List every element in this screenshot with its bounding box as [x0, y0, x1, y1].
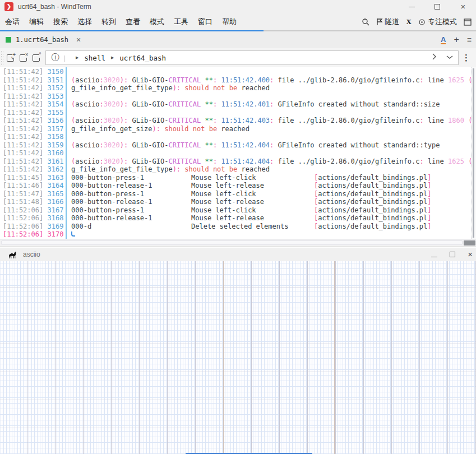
action-name: 000-button-release-1: [71, 198, 191, 206]
action-description: Mouse left-click: [191, 174, 314, 182]
appearance-button[interactable]: A: [441, 36, 446, 44]
action-name: 000-button-press-1: [71, 174, 191, 182]
chevron-down-icon[interactable]: [446, 53, 454, 63]
terminal-line: [11:51:42] 3158: [0, 133, 476, 141]
windterm-window: ❯ ucrt64_bash - WindTerm × 会话 编辑 搜索 选择 转…: [0, 0, 476, 246]
log-text: (asciio:3020): GLib-GIO-CRITICAL **: 11:…: [66, 76, 472, 84]
breadcrumb-session[interactable]: ucrt64_bash: [119, 54, 166, 62]
line-gutter: [11:51:42] 3153: [0, 92, 66, 101]
action-name: 000-button-release-1: [71, 182, 191, 190]
windterm-logo-icon: ❯: [4, 2, 13, 11]
close-button[interactable]: ×: [450, 0, 476, 13]
tab-list-menu-icon[interactable]: ≡: [467, 35, 472, 44]
menu-tools[interactable]: 工具: [174, 17, 188, 27]
terminal-line: [11:51:42] 3157g_file_info_get_size): sh…: [0, 125, 476, 133]
terminal-line: [11:51:42] 3156(asciio:3020): GLib-GIO-C…: [0, 117, 476, 125]
menu-view[interactable]: 查看: [126, 17, 140, 27]
terminal-line: [11:51:42] 3155: [0, 109, 476, 117]
tab-bar: 1.ucrt64_bash × A + ≡: [0, 31, 476, 48]
menu-search[interactable]: 搜索: [53, 17, 68, 27]
line-gutter: [11:52:06] 3167: [0, 206, 66, 215]
action-description: Delete selected elements: [191, 223, 314, 231]
menu-select[interactable]: 选择: [77, 17, 92, 27]
maximize-button[interactable]: [424, 0, 450, 13]
windterm-titlebar: ❯ ucrt64_bash - WindTerm ×: [0, 0, 476, 13]
line-gutter: [11:51:47] 3165: [0, 190, 66, 198]
terminal-line: [11:52:06] 3168000-button-release-1Mouse…: [0, 214, 476, 223]
toolbar-grip[interactable]: [1, 50, 4, 65]
asciio-close-button[interactable]: ×: [468, 252, 473, 257]
line-gutter: [11:51:42] 3162: [0, 165, 66, 174]
terminal-line: [11:51:42] 3152g_file_info_get_file_type…: [0, 84, 476, 92]
line-gutter: [11:51:42] 3160: [0, 149, 66, 157]
gutter-separator: [66, 67, 67, 239]
grid-guide-line: [223, 261, 224, 454]
terminal-output[interactable]: [11:51:42] 3150[11:51:42] 3151(asciio:30…: [0, 67, 476, 239]
action-binding-file: actions/default_bindings.pl: [318, 190, 427, 198]
terminal-line: [11:51:46] 3164000-button-release-1Mouse…: [0, 182, 476, 190]
new-tab-button[interactable]: +: [454, 35, 459, 45]
asciio-maximize-button[interactable]: [450, 249, 455, 260]
line-gutter: [11:51:42] 3152: [0, 84, 66, 92]
divider: |: [64, 54, 66, 62]
terminal-line: [11:52:06] 3169000-dDelete selected elem…: [0, 223, 476, 231]
chevron-right-icon[interactable]: [431, 53, 438, 63]
terminal-line: [11:51:42] 3150: [0, 68, 476, 76]
asciio-minimize-button[interactable]: [431, 249, 437, 260]
action-description: Mouse left-release: [191, 182, 314, 190]
menu-session[interactable]: 会话: [5, 17, 20, 27]
action-description: Mouse left-click: [191, 190, 314, 198]
line-gutter: [11:51:42] 3151: [0, 76, 66, 85]
x-server-button[interactable]: X: [406, 17, 412, 26]
menu-help[interactable]: 帮助: [222, 17, 237, 27]
horizontal-scroll-thumb[interactable]: [464, 240, 475, 245]
tunnel-button[interactable]: 隧道: [376, 17, 400, 27]
log-text: (asciio:3020): GLib-GIO-CRITICAL **: 11:…: [66, 157, 472, 165]
minimize-button[interactable]: [399, 0, 424, 13]
asciio-window: asciio ×: [0, 247, 476, 454]
action-description: Mouse left-release: [191, 214, 314, 223]
action-log-text: 000-button-press-1Mouse left-click[actio…: [66, 206, 432, 214]
breadcrumb-bar[interactable]: ⓘ | ▶ shell ▶ ucrt64_bash: [45, 50, 459, 65]
menu-goto[interactable]: 转到: [101, 17, 116, 27]
action-log-text: 000-button-release-1Mouse left-release[a…: [66, 198, 432, 206]
action-name: 000-d: [71, 223, 191, 231]
detach-session-icon[interactable]: [33, 54, 40, 62]
line-gutter: [11:51:42] 3155: [0, 109, 66, 117]
action-log-text: 000-button-press-1Mouse left-click[actio…: [66, 190, 432, 198]
menu-mode[interactable]: 模式: [150, 17, 164, 27]
breadcrumb-arrow-icon: ▶: [76, 55, 78, 60]
asciio-canvas[interactable]: [0, 261, 476, 454]
action-name: 000-button-press-1: [71, 206, 191, 215]
info-icon[interactable]: ⓘ: [52, 53, 59, 63]
close-session-icon[interactable]: [20, 54, 27, 62]
line-gutter: [11:51:46] 3164: [0, 182, 66, 190]
more-options-icon[interactable]: ⋮: [462, 53, 470, 63]
action-description: Mouse left-release: [191, 198, 314, 206]
action-binding-file: actions/default_bindings.pl: [318, 174, 427, 182]
tab-label: 1.ucrt64_bash: [16, 36, 68, 44]
line-gutter: [11:52:06] 3170: [0, 230, 66, 239]
search-icon[interactable]: [362, 18, 369, 26]
new-session-icon[interactable]: [7, 54, 14, 62]
log-text: g_file_info_get_file_type): should not b…: [66, 165, 270, 173]
menu-window[interactable]: 窗口: [198, 17, 212, 27]
menubar: 会话 编辑 搜索 选择 转到 查看 模式 工具 窗口 帮助 隧道 X: [0, 13, 476, 30]
line-gutter: [11:51:42] 3150: [0, 68, 66, 76]
focus-mode-button[interactable]: 专注模式: [418, 17, 457, 27]
log-text: g_file_info_get_file_type): should not b…: [66, 84, 270, 92]
panel-toggle-icon[interactable]: [464, 18, 472, 26]
line-gutter: [11:51:42] 3157: [0, 125, 66, 133]
breadcrumb-shell[interactable]: shell: [84, 54, 105, 62]
terminal-line: [11:51:45] 3163000-button-press-1Mouse l…: [0, 174, 476, 182]
terminal-vertical-scrollbar[interactable]: [471, 67, 476, 239]
terminal-cursor: [71, 231, 75, 237]
terminal-horizontal-scrollbar[interactable]: [0, 239, 476, 246]
vertical-scroll-thumb[interactable]: [473, 68, 474, 238]
tab-ucrt64-bash[interactable]: 1.ucrt64_bash ×: [0, 31, 87, 48]
log-text: (asciio:3020): GLib-GIO-CRITICAL **: 11:…: [66, 141, 440, 149]
menu-edit[interactable]: 编辑: [29, 17, 44, 27]
tab-close-icon[interactable]: ×: [76, 35, 81, 44]
action-binding-file: actions/default_bindings.pl: [318, 214, 427, 222]
tab-status-icon: [6, 37, 11, 43]
